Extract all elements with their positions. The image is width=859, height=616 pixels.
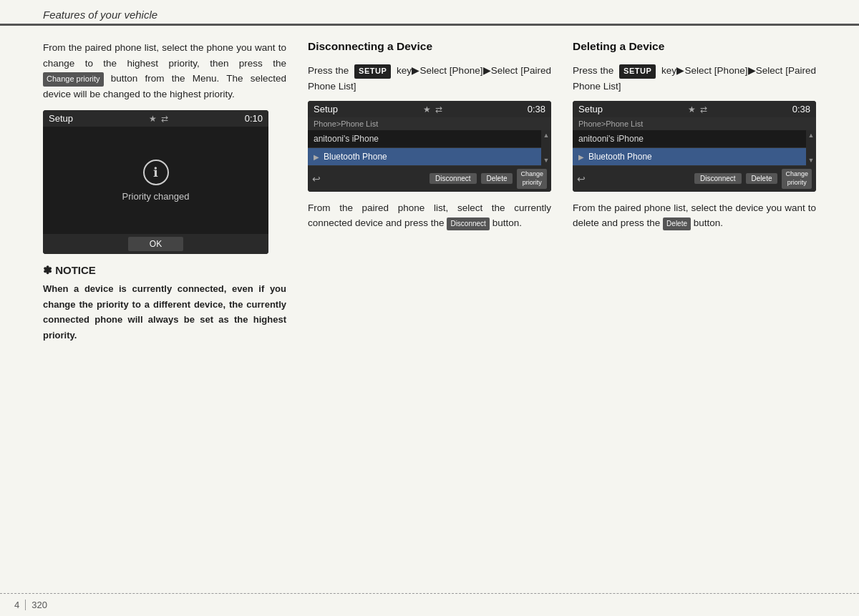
arrows-icon: ⇄ [161,114,168,124]
bt-icon-right: ★ [688,104,696,114]
setup-badge-mid: SETUP [354,64,391,79]
page-footer: 4 320 [0,593,859,616]
delete-btn-screen-right[interactable]: Delete [746,173,778,184]
disconnect-inline-btn: Disconnect [447,217,489,230]
delete-inline-btn: Delete [663,217,691,230]
phone-item-bt-right: Bluetooth Phone [573,148,806,166]
disconnect-btn-screen-right[interactable]: Disconnect [694,173,741,184]
content-area: From the paired phone list, select the p… [0,26,859,343]
phone-time-mid: 0:38 [528,104,545,114]
arr-icon-right: ⇄ [700,104,707,114]
phone-title-mid: Setup [314,104,338,114]
scroll-col-mid: ▲ ▼ [541,130,551,166]
delete-section-title: Deleting a Device [573,40,816,53]
disconnect-screen: Setup ★ ⇄ 0:38 Phone>Phone List anitooni… [308,101,551,191]
ok-button[interactable]: OK [128,237,183,251]
phone-header-right: Setup ★ ⇄ 0:38 [573,101,816,117]
priority-screen: Setup ★ ⇄ 0:10 ℹ Priority changed OK [43,110,268,254]
setup-badge-right: SETUP [619,64,656,79]
priority-message: Priority changed [122,191,190,202]
scroll-up-mid: ▲ [543,132,550,139]
back-icon-right: ↩ [577,173,586,185]
phone-subheader-right: Phone>Phone List [573,117,816,130]
delete-intro: Press the SETUP key▶Select [Phone]▶Selec… [573,63,816,94]
bluetooth-icon: ★ [149,114,157,124]
phone-footer-right: ↩ Disconnect Delete Changepriority [573,166,816,191]
ok-bar: OK [43,234,268,254]
delete-btn-screen-mid[interactable]: Delete [481,173,513,184]
disconnect-caption: From the paired phone list, select the c… [308,200,551,231]
notice-text: When a device is currently connected, ev… [43,281,286,343]
phone-list-right: anitooni's iPhone Bluetooth Phone [573,130,806,166]
phone-icons-mid: ★ ⇄ [423,104,442,114]
scroll-down-right: ▼ [808,157,815,164]
delete-screen: Setup ★ ⇄ 0:38 Phone>Phone List anitooni… [573,101,816,191]
phone-time-right: 0:38 [792,104,810,114]
phone-item-iphone-right: anitooni's iPhone [573,130,806,148]
left-column: From the paired phone list, select the p… [43,40,286,343]
phone-list-row-mid: anitooni's iPhone Bluetooth Phone ▲ ▼ [308,130,551,166]
footer-page: 320 [31,600,47,610]
arr-icon-mid: ⇄ [435,104,442,114]
scroll-up-right: ▲ [808,132,815,139]
left-para1: From the paired phone list, select the p… [43,40,286,102]
notice-title: ✽ NOTICE [43,264,286,277]
phone-list-row-right: anitooni's iPhone Bluetooth Phone ▲ ▼ [573,130,816,166]
change-priority-badge: Change priority [43,72,104,87]
device-header: Setup ★ ⇄ 0:10 [43,110,268,127]
right-column: Deleting a Device Press the SETUP key▶Se… [573,40,816,343]
page-header: Features of your vehicle [0,0,859,26]
screen-title: Setup [49,113,73,124]
disconnect-btn-screen-mid[interactable]: Disconnect [430,173,476,184]
scroll-down-mid: ▼ [543,157,550,164]
change-priority-btn-mid[interactable]: Changepriority [517,169,547,188]
phone-list-mid: anitooni's iPhone Bluetooth Phone [308,130,541,166]
footer-num: 4 [14,600,26,610]
device-body: ℹ Priority changed [43,127,268,234]
info-icon: ℹ [143,160,169,185]
phone-footer-mid: ↩ Disconnect Delete Changepriority [308,166,551,191]
phone-item-bt-mid: Bluetooth Phone [308,148,541,166]
phone-item-iphone-mid: anitooni's iPhone [308,130,541,148]
phone-title-right: Setup [578,104,603,114]
disconnect-intro: Press the SETUP key▶Select [Phone]▶Selec… [308,63,551,94]
change-priority-btn-right[interactable]: Changepriority [782,169,812,188]
phone-subheader-mid: Phone>Phone List [308,117,551,130]
middle-column: Disconnecting a Device Press the SETUP k… [308,40,551,343]
page-title: Features of your vehicle [43,9,157,21]
bt-icon-mid: ★ [423,104,431,114]
header-icons: ★ ⇄ [149,114,168,124]
back-icon-mid: ↩ [312,173,321,185]
phone-icons-right: ★ ⇄ [688,104,707,114]
delete-caption: From the paired phone list, select the d… [573,200,816,231]
scroll-col-right: ▲ ▼ [806,130,816,166]
phone-header-mid: Setup ★ ⇄ 0:38 [308,101,551,117]
screen-time: 0:10 [245,113,263,124]
notice-box: ✽ NOTICE When a device is currently conn… [43,264,286,343]
disconnect-section-title: Disconnecting a Device [308,40,551,53]
